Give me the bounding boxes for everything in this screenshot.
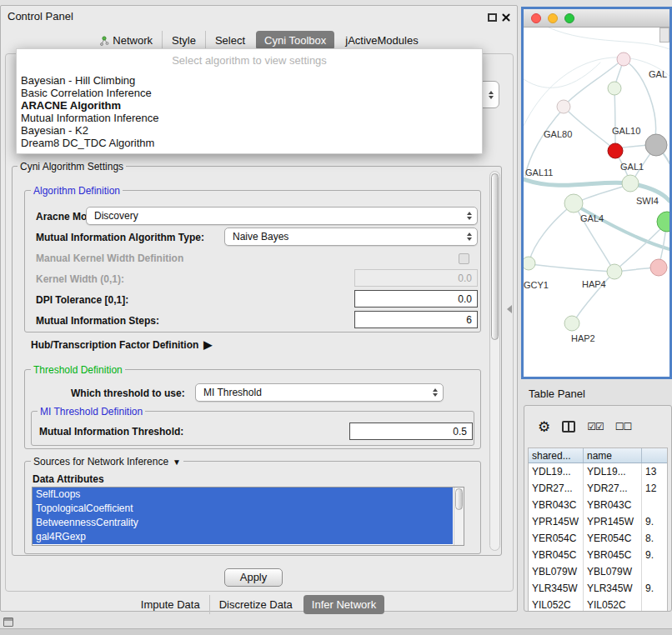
network-node[interactable] (645, 134, 667, 156)
table-cell: 12 (642, 480, 667, 497)
table-cell: 8. (642, 530, 667, 547)
node-label-hap4: HAP4 (582, 279, 606, 289)
table-cell: YBL079W (529, 563, 584, 580)
network-node[interactable] (617, 52, 630, 66)
settings-scrollbar (489, 171, 500, 551)
table-cell: YPR145W (529, 513, 584, 530)
kernel-width-field (354, 269, 478, 287)
column-header-col2[interactable] (642, 448, 667, 462)
hub-transcription-factor-section[interactable]: Hub/Transcription Factor Definition ▶ (31, 338, 212, 351)
panel-splitter-collapse-icon[interactable] (507, 305, 512, 313)
mi-threshold-field[interactable] (349, 422, 473, 440)
dpi-tolerance-field[interactable] (354, 290, 478, 308)
table-cell: 13 (642, 463, 667, 480)
data-attribute-topologicalcoefficient[interactable]: TopologicalCoefficient (33, 502, 453, 516)
combo-arrows-icon (467, 232, 472, 241)
top-tab-bar: NetworkStyleSelectCyni ToolboxjActiveMod… (1, 31, 517, 50)
algorithm-dropdown: Select algorithm to view settings Bayesi… (16, 48, 483, 154)
selected-value: MI Threshold (203, 387, 262, 398)
minimized-panel-icon[interactable] (3, 618, 13, 627)
network-edge (614, 89, 615, 149)
algorithm-option-bayesian-hill-climbing[interactable]: Bayesian - Hill Climbing (17, 74, 482, 87)
data-attribute-gal4rgexp[interactable]: gal4RGexp (33, 530, 453, 544)
tab-label: Select (215, 34, 245, 47)
tab-jactivemodules[interactable]: jActiveModules (336, 31, 427, 50)
table-row[interactable]: YBR045CYBR045C9. (529, 547, 667, 563)
network-node[interactable] (657, 212, 669, 232)
algorithm-option-dream8-dc-tdc-algorithm[interactable]: Dream8 DC_TDC Algorithm (17, 137, 482, 149)
table-cell: YDL19... (529, 463, 584, 480)
data-attributes-label: Data Attributes (33, 473, 104, 485)
zoom-traffic-light-icon[interactable] (564, 13, 574, 23)
network-node[interactable] (650, 259, 667, 276)
network-node[interactable] (564, 316, 579, 331)
table-cell: YBR043C (584, 497, 642, 513)
node-label-gal10: GAL10 (612, 126, 640, 136)
algorithm-option-mutual-information-inference[interactable]: Mutual Information Inference (17, 112, 482, 124)
select-all-columns-icon[interactable]: ☑☑ (587, 421, 604, 432)
gear-icon[interactable]: ⚙ (538, 420, 550, 434)
network-node[interactable] (608, 143, 623, 158)
column-header-shared[interactable]: shared... (529, 448, 584, 462)
network-edge (549, 28, 669, 49)
mi-algorithm-type-label: Mutual Information Algorithm Type: (36, 232, 204, 243)
network-node[interactable] (608, 82, 621, 95)
network-node[interactable] (622, 175, 639, 192)
tab-infer-network[interactable]: Infer Network (303, 595, 384, 614)
table-body: YDL19...YDL19...13YDR27...YDR27...12YBR0… (529, 463, 667, 611)
table-row[interactable]: YDL19...YDL19...13 (529, 463, 667, 480)
apply-button[interactable]: Apply (224, 568, 283, 587)
tab-cyni-toolbox[interactable]: Cyni Toolbox (256, 31, 334, 50)
network-edge (575, 205, 669, 249)
data-attribute-selfloops[interactable]: SelfLoops (33, 488, 453, 502)
table-row[interactable]: YPR145WYPR145W9. (529, 513, 667, 530)
deselect-all-columns-icon[interactable]: ☐☐ (615, 421, 632, 432)
table-row[interactable]: YIL052CYIL052C (529, 597, 667, 611)
table-cell: YPR145W (584, 513, 642, 530)
network-node[interactable] (564, 194, 583, 212)
which-threshold-select[interactable]: MI Threshold (195, 383, 444, 402)
table-row[interactable]: YBR043CYBR043C (529, 497, 667, 513)
network-canvas[interactable]: GAL80GAL10GAL11GAL1SWI4GAL4GCY1HAP4HAP2G… (524, 28, 669, 377)
table-row[interactable]: YER054CYER054C8. (529, 530, 667, 547)
data-attribute-betweennesscentrality[interactable]: BetweennessCentrality (33, 516, 453, 530)
tab-label: Network (113, 34, 153, 47)
dpi-tolerance-label: DPI Tolerance [0,1]: (36, 294, 128, 306)
tab-discretize-data[interactable]: Discretize Data (209, 595, 302, 614)
table-row[interactable]: YLR345WYLR345W9. (529, 580, 667, 597)
scrollbar-thumb[interactable] (455, 488, 463, 510)
node-label-gal80: GAL80 (544, 129, 572, 139)
tab-style[interactable]: Style (162, 31, 205, 50)
table-row[interactable]: YDR27...YDR27...12 (529, 480, 667, 497)
close-panel-icon[interactable] (501, 12, 511, 22)
network-node[interactable] (557, 100, 570, 113)
table-row[interactable]: YBL079WYBL079W (529, 563, 667, 580)
node-label-gal11: GAL11 (525, 168, 553, 178)
aracne-mode-select[interactable]: Discovery (86, 207, 478, 225)
algorithm-option-bayesian-k2[interactable]: Bayesian - K2 (17, 124, 482, 137)
tab-impute-data[interactable]: Impute Data (132, 595, 209, 614)
algorithm-option-basic-correlation-inference[interactable]: Basic Correlation Inference (17, 87, 482, 99)
network-node[interactable] (524, 257, 535, 270)
column-header-name[interactable]: name (584, 448, 642, 462)
mi-steps-field[interactable] (354, 311, 478, 328)
network-window-titlebar[interactable] (524, 9, 669, 28)
table-cell: YER054C (529, 530, 584, 547)
network-edge (524, 62, 600, 88)
tab-network[interactable]: Network (90, 31, 162, 50)
column-layout-icon[interactable] (562, 421, 575, 432)
scrollbar-thumb[interactable] (491, 173, 499, 340)
algorithm-option-aracne-algorithm[interactable]: ARACNE Algorithm (17, 99, 482, 112)
network-scrollbar-stub[interactable] (659, 28, 669, 42)
minimize-traffic-light-icon[interactable] (548, 13, 558, 23)
network-node[interactable] (607, 264, 622, 279)
table-cell (642, 597, 667, 611)
network-edge (579, 185, 628, 202)
tab-select[interactable]: Select (205, 31, 254, 50)
mi-algorithm-type-select[interactable]: Naive Bayes (224, 228, 478, 246)
sources-section[interactable]: Sources for Network Inference ▼ (31, 456, 183, 468)
dropdown-placeholder: Select algorithm to view settings (17, 49, 482, 74)
network-edge (530, 264, 612, 272)
close-traffic-light-icon[interactable] (531, 13, 541, 23)
float-panel-icon[interactable] (488, 13, 497, 22)
